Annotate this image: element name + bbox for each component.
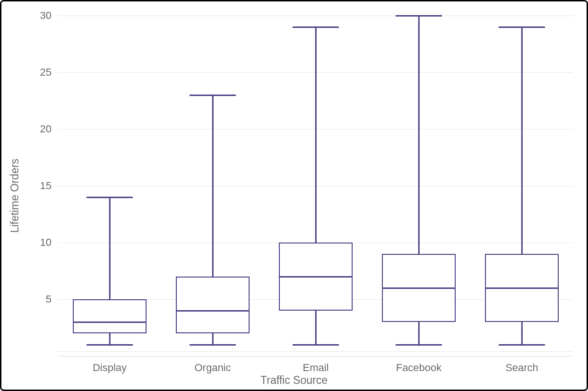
y-tick-label: 20 xyxy=(23,123,52,135)
x-axis-line xyxy=(58,351,573,352)
x-tick-label: Email xyxy=(303,362,329,374)
box xyxy=(73,299,147,333)
whisker-upper xyxy=(418,16,420,254)
box xyxy=(176,277,250,333)
median-line xyxy=(485,287,559,289)
whisker-lower xyxy=(521,322,523,345)
x-tick-label: Facebook xyxy=(396,362,442,374)
y-tick-label: 10 xyxy=(23,236,52,249)
x-tick-label: Search xyxy=(505,362,538,374)
y-axis-title: Lifetime Orders xyxy=(9,158,21,233)
median-line xyxy=(382,287,456,289)
whisker-upper xyxy=(109,197,111,299)
whisker-lower xyxy=(212,333,214,345)
y-tick-label: 25 xyxy=(23,66,52,78)
whisker-cap-bottom xyxy=(86,344,133,346)
x-axis-line xyxy=(58,356,573,356)
whisker-cap-bottom xyxy=(293,344,339,346)
whisker-cap-top xyxy=(190,95,236,96)
whisker-cap-top xyxy=(293,26,339,28)
whisker-lower xyxy=(418,322,420,345)
whisker-cap-top xyxy=(396,15,442,17)
whisker-lower xyxy=(315,311,317,345)
median-line xyxy=(176,310,250,312)
whisker-upper xyxy=(212,95,214,277)
whisker-cap-bottom xyxy=(190,344,236,346)
y-tick-label: 5 xyxy=(23,293,52,305)
y-tick-label: 30 xyxy=(23,9,52,22)
whisker-lower xyxy=(109,333,111,345)
median-line xyxy=(279,276,353,278)
plot-area xyxy=(58,16,573,356)
gridline xyxy=(58,16,573,16)
whisker-cap-top xyxy=(499,26,545,28)
whisker-upper xyxy=(315,27,317,243)
x-tick-label: Display xyxy=(93,362,127,374)
y-tick-label: 15 xyxy=(23,180,52,192)
x-tick-label: Organic xyxy=(194,362,231,374)
x-axis-title: Traffic Source xyxy=(260,374,328,387)
median-line xyxy=(73,321,147,323)
whisker-cap-bottom xyxy=(499,344,545,346)
whisker-upper xyxy=(521,27,523,254)
chart-frame: Lifetime Orders Traffic Source 510152025… xyxy=(0,0,588,391)
whisker-cap-bottom xyxy=(396,344,442,346)
whisker-cap-top xyxy=(86,197,133,198)
